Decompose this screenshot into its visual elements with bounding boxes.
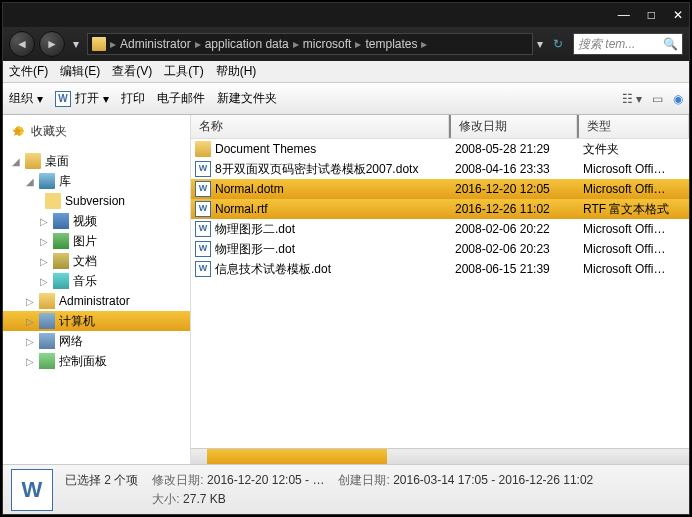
tree-network[interactable]: ▷网络 [3, 331, 190, 351]
file-name: 信息技术试卷模板.dot [215, 261, 455, 278]
expand-icon[interactable]: ▷ [25, 316, 35, 327]
tree-music[interactable]: ▷音乐 [3, 271, 190, 291]
collapse-icon[interactable]: ◢ [25, 176, 35, 187]
tree-admin[interactable]: ▷Administrator [3, 291, 190, 311]
column-type[interactable]: 类型 [577, 115, 689, 138]
tree-documents[interactable]: ▷文档 [3, 251, 190, 271]
status-bar: W 已选择 2 个项 修改日期: 2016-12-20 12:05 - … 创建… [3, 464, 689, 514]
menu-help[interactable]: 帮助(H) [216, 63, 257, 80]
chevron-down-icon: ▾ [37, 92, 43, 106]
folder-icon [195, 141, 211, 157]
folder-icon [92, 37, 106, 51]
file-row[interactable]: Document Themes2008-05-28 21:29文件夹 [191, 139, 689, 159]
expand-icon[interactable]: ▷ [39, 236, 49, 247]
breadcrumb-segment[interactable]: application data [205, 37, 289, 51]
control-panel-icon [39, 353, 55, 369]
search-placeholder: 搜索 tem... [578, 36, 635, 53]
file-type: Microsoft Offi… [583, 222, 689, 236]
email-button[interactable]: 电子邮件 [157, 90, 205, 107]
preview-pane-button[interactable]: ▭ [652, 92, 663, 106]
refresh-button[interactable]: ↻ [553, 37, 563, 51]
search-icon: 🔍 [663, 37, 678, 51]
nav-tree: 收藏夹 ◢桌面 ◢库 Subversion ▷视频 ▷图片 ▷文档 ▷音乐 ▷A… [3, 115, 191, 464]
file-row[interactable]: Normal.rtf2016-12-26 11:02RTF 富文本格式 [191, 199, 689, 219]
expand-icon[interactable]: ▷ [25, 296, 35, 307]
folder-icon [45, 193, 61, 209]
minimize-button[interactable]: — [618, 8, 630, 22]
size-label: 大小: [152, 492, 179, 506]
chevron-down-icon[interactable]: ▾ [537, 37, 543, 51]
library-icon [39, 173, 55, 189]
expand-icon[interactable]: ▷ [25, 356, 35, 367]
scrollbar-thumb[interactable] [207, 449, 387, 464]
forward-button[interactable]: ► [39, 31, 65, 57]
toolbar-right: ☷ ▾ ▭ ◉ [622, 92, 683, 106]
file-type: Microsoft Offi… [583, 162, 689, 176]
maximize-button[interactable]: □ [648, 8, 655, 22]
file-name: 物理图形二.dot [215, 221, 455, 238]
file-date: 2008-06-15 21:39 [455, 262, 583, 276]
breadcrumb-segment[interactable]: microsoft [303, 37, 352, 51]
open-button[interactable]: W打开 ▾ [55, 90, 109, 107]
file-row[interactable]: 物理图形一.dot2008-02-06 20:23Microsoft Offi… [191, 239, 689, 259]
tree-videos[interactable]: ▷视频 [3, 211, 190, 231]
picture-icon [53, 233, 69, 249]
file-date: 2008-05-28 21:29 [455, 142, 583, 156]
help-button[interactable]: ◉ [673, 92, 683, 106]
expand-icon[interactable]: ▷ [39, 276, 49, 287]
new-folder-button[interactable]: 新建文件夹 [217, 90, 277, 107]
titlebar: — □ ✕ [3, 3, 689, 27]
explorer-window: — □ ✕ ◄ ► ▾ ▸ Administrator ▸ applicatio… [2, 2, 690, 515]
column-date[interactable]: 修改日期 [449, 115, 577, 138]
collapse-icon[interactable]: ◢ [11, 156, 21, 167]
file-date: 2016-12-26 11:02 [455, 202, 583, 216]
create-date-value: 2016-03-14 17:05 - 2016-12-26 11:02 [393, 473, 593, 487]
history-dropdown[interactable]: ▾ [69, 37, 83, 51]
file-row[interactable]: Normal.dotm2016-12-20 12:05Microsoft Off… [191, 179, 689, 199]
chevron-right-icon: ▸ [293, 37, 299, 51]
expand-icon[interactable]: ▷ [39, 256, 49, 267]
breadcrumb[interactable]: ▸ Administrator ▸ application data ▸ mic… [87, 33, 533, 55]
chevron-down-icon: ▾ [103, 92, 109, 106]
breadcrumb-segment[interactable]: Administrator [120, 37, 191, 51]
tree-libraries[interactable]: ◢库 [3, 171, 190, 191]
content-area: 收藏夹 ◢桌面 ◢库 Subversion ▷视频 ▷图片 ▷文档 ▷音乐 ▷A… [3, 115, 689, 464]
expand-icon[interactable]: ▷ [39, 216, 49, 227]
file-name: Normal.dotm [215, 182, 455, 196]
word-icon: W [11, 469, 53, 511]
tree-control-panel[interactable]: ▷控制面板 [3, 351, 190, 371]
create-date-label: 创建日期: [338, 473, 389, 487]
menu-file[interactable]: 文件(F) [9, 63, 48, 80]
print-button[interactable]: 打印 [121, 90, 145, 107]
organize-button[interactable]: 组织 ▾ [9, 90, 43, 107]
mod-date-value: 2016-12-20 12:05 - … [207, 473, 324, 487]
breadcrumb-segment[interactable]: templates [365, 37, 417, 51]
file-type: 文件夹 [583, 141, 689, 158]
menu-view[interactable]: 查看(V) [112, 63, 152, 80]
menu-tools[interactable]: 工具(T) [164, 63, 203, 80]
desktop-icon [25, 153, 41, 169]
file-row[interactable]: 信息技术试卷模板.dot2008-06-15 21:39Microsoft Of… [191, 259, 689, 279]
file-row[interactable]: 8开双面双页码密封试卷模板2007.dotx2008-04-16 23:33Mi… [191, 159, 689, 179]
size-value: 27.7 KB [183, 492, 226, 506]
horizontal-scrollbar[interactable] [191, 448, 689, 464]
tree-computer[interactable]: ▷计算机 [3, 311, 190, 331]
tree-desktop[interactable]: ◢桌面 [3, 151, 190, 171]
view-options-button[interactable]: ☷ ▾ [622, 92, 642, 106]
back-button[interactable]: ◄ [9, 31, 35, 57]
search-input[interactable]: 搜索 tem... 🔍 [573, 33, 683, 55]
expand-icon[interactable]: ▷ [25, 336, 35, 347]
nav-bar: ◄ ► ▾ ▸ Administrator ▸ application data… [3, 27, 689, 61]
menu-edit[interactable]: 编辑(E) [60, 63, 100, 80]
close-button[interactable]: ✕ [673, 8, 683, 22]
tree-pictures[interactable]: ▷图片 [3, 231, 190, 251]
tree-subversion[interactable]: Subversion [3, 191, 190, 211]
toolbar: 组织 ▾ W打开 ▾ 打印 电子邮件 新建文件夹 ☷ ▾ ▭ ◉ [3, 83, 689, 115]
file-list[interactable]: Document Themes2008-05-28 21:29文件夹8开双面双页… [191, 139, 689, 448]
favorites-header[interactable]: 收藏夹 [3, 121, 190, 141]
file-row[interactable]: 物理图形二.dot2008-02-06 20:22Microsoft Offi… [191, 219, 689, 239]
word-icon [195, 181, 211, 197]
file-name: 物理图形一.dot [215, 241, 455, 258]
file-type: Microsoft Offi… [583, 242, 689, 256]
column-name[interactable]: 名称 [191, 115, 449, 138]
